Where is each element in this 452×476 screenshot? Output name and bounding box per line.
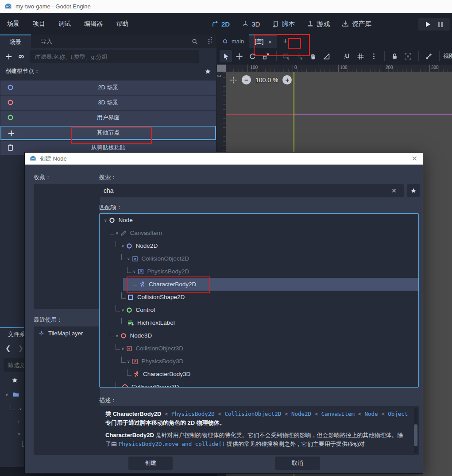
measure-tool-icon[interactable] [320, 50, 332, 62]
instance-scene-icon[interactable] [18, 53, 25, 60]
scale-tool-icon[interactable] [259, 50, 272, 62]
node-type-tree[interactable]: ∨Node∨CanvasItem∨Node2D∨CollisionObject2… [99, 213, 419, 388]
recent-item-TileMapLayer[interactable]: TileMapLayer [34, 326, 100, 337]
workspace-3D[interactable]: 3D [242, 20, 260, 28]
collapse-icon[interactable]: ∨ [116, 334, 119, 338]
center-view-icon[interactable] [229, 76, 237, 84]
fs-folder-item[interactable]: ∨ [5, 391, 19, 398]
collapse-icon[interactable]: ∨ [133, 269, 136, 274]
group-selected-icon[interactable] [402, 50, 414, 62]
add-node-icon[interactable] [5, 53, 12, 60]
dock-tab-导入[interactable]: 导入 [31, 35, 62, 48]
zoom-out-button[interactable]: − [242, 75, 251, 84]
tree-item-label: CharacterBody2D [149, 281, 196, 288]
add-scene-tab-button[interactable]: + [280, 36, 290, 46]
zoom-percent[interactable]: 100.0 % [255, 77, 278, 84]
workspace-资产库[interactable]: 资产库 [342, 20, 371, 28]
menu-编辑器[interactable]: 编辑器 [84, 20, 103, 28]
collapse-icon[interactable]: ∨ [104, 218, 107, 223]
dock-tab-场景[interactable]: 场景 [0, 35, 31, 48]
tree-item-Node3D[interactable]: ∨Node3D [100, 329, 418, 342]
workspace-游戏[interactable]: 游戏 [307, 20, 330, 28]
class-link-CollisionObject2D[interactable]: CollisionObject2D [224, 411, 281, 417]
nav-forward-icon[interactable]: ❯ [18, 344, 24, 352]
tree-item-Control[interactable]: ∨Control [100, 303, 418, 316]
workspace-2D[interactable]: 2D [212, 20, 230, 28]
tree-item-Node2D[interactable]: ∨Node2D [100, 239, 418, 252]
scene-tab-[空][interactable]: [空]× [249, 35, 277, 48]
tree-item-PhysicsBody3D[interactable]: ∨PhysicsBody3D [100, 355, 418, 368]
class-link-CanvasItem[interactable]: CanvasItem [321, 411, 355, 417]
favorites-panel[interactable] [34, 184, 100, 309]
tree-item-label: CharacterBody3D [143, 371, 190, 377]
workspace-label: 游戏 [317, 20, 330, 28]
class-link-Object[interactable]: Object [388, 411, 408, 417]
cancel-button[interactable]: 取消 [275, 457, 320, 470]
scene-icon [222, 38, 228, 44]
workspace-脚本[interactable]: 脚本 [272, 20, 295, 28]
collapse-icon[interactable]: ∨ [127, 257, 130, 261]
ring-icon [7, 99, 14, 106]
pause-icon[interactable] [438, 22, 443, 27]
menu-帮助[interactable]: 帮助 [116, 20, 128, 28]
class-link-Node[interactable]: Node [365, 411, 378, 417]
tree-item-CollisionObject2D[interactable]: ∨CollisionObject2D [100, 252, 418, 265]
node-search-input[interactable] [99, 184, 404, 197]
collapse-icon[interactable]: ∨ [116, 231, 119, 235]
root-option-2D 场景[interactable]: 2D 场景 [0, 81, 216, 95]
scene-tree-menu-icon[interactable] [205, 38, 212, 45]
fs-favorites-item[interactable] [12, 377, 18, 384]
view-menu[interactable]: 视图 ⌄ [443, 52, 452, 60]
root-option-其他节点[interactable]: 其他节点 [0, 126, 216, 140]
move-pivot-tool-icon[interactable] [294, 50, 306, 62]
scene-tab-main[interactable]: main [217, 35, 249, 48]
tree-item-label: PhysicsBody3D [142, 358, 184, 365]
tree-item-RichTextLabel[interactable]: RichTextLabel [100, 316, 418, 329]
tree-item-CanvasItem[interactable]: ∨CanvasItem [100, 226, 418, 239]
tree-item-CollisionObject3D[interactable]: ∨CollisionObject3D [100, 342, 418, 355]
tree-item-Node[interactable]: ∨Node [100, 214, 418, 226]
tree-item-PhysicsBody2D[interactable]: ∨PhysicsBody2D [100, 265, 418, 278]
snap-options-menu-icon[interactable] [367, 50, 380, 62]
select-tool-icon[interactable] [220, 50, 232, 62]
fs-expand-icon[interactable]: › [18, 418, 21, 424]
collapse-icon[interactable]: ∨ [121, 346, 124, 351]
root-option-label: 3D 场景 [98, 99, 118, 107]
menu-场景[interactable]: 场景 [7, 20, 19, 28]
scene-filter-input[interactable] [30, 50, 199, 63]
description-scrollbar[interactable] [414, 407, 417, 453]
nav-back-icon[interactable]: ❮ [5, 344, 11, 352]
root-option-用户界面[interactable]: 用户界面 [0, 111, 216, 125]
control-icon [126, 307, 133, 314]
tree-item-CollisionShape3D[interactable]: CollisionShape3D [100, 380, 418, 388]
tree-item-CharacterBody3D[interactable]: CharacterBody3D [100, 368, 418, 380]
class-link-PhysicsBody2D[interactable]: PhysicsBody2D [171, 411, 215, 417]
fs-collapse-icon[interactable]: ∨ [18, 432, 22, 436]
class-link-Node2D[interactable]: Node2D [291, 411, 311, 417]
tree-item-CharacterBody2D[interactable]: CharacterBody2D [100, 278, 418, 291]
menu-调试[interactable]: 调试 [58, 20, 71, 28]
create-button[interactable]: 创建 [128, 457, 173, 470]
lock-selected-icon[interactable] [388, 50, 401, 62]
zoom-in-button[interactable]: + [282, 75, 292, 84]
collapse-icon[interactable]: ∨ [121, 308, 124, 312]
rotate-tool-icon[interactable] [246, 50, 259, 62]
close-scene-tab-icon[interactable]: × [268, 38, 272, 46]
move-tool-icon[interactable] [233, 50, 245, 62]
tree-item-CollisionShape2D[interactable]: CollisionShape2D [100, 291, 418, 303]
menu-项目[interactable]: 项目 [33, 20, 45, 28]
list-select-tool-icon[interactable] [280, 50, 293, 62]
toggle-favorite-button[interactable] [407, 184, 420, 197]
search-clear-icon[interactable]: ✕ [391, 187, 397, 194]
recent-panel[interactable]: TileMapLayer [34, 326, 100, 455]
dialog-close-icon[interactable]: ✕ [412, 154, 417, 163]
pan-tool-icon[interactable] [307, 50, 319, 62]
grid-snap-toggle-icon[interactable] [354, 50, 367, 62]
collapse-icon[interactable]: ∨ [127, 359, 130, 364]
skeleton-options-icon[interactable] [422, 50, 435, 62]
smart-snap-toggle-icon[interactable] [341, 50, 353, 62]
favorites-icon[interactable] [205, 68, 211, 75]
collapse-icon[interactable]: ∨ [121, 244, 124, 248]
root-option-3D 场景[interactable]: 3D 场景 [0, 96, 216, 110]
play-icon[interactable] [426, 22, 430, 27]
